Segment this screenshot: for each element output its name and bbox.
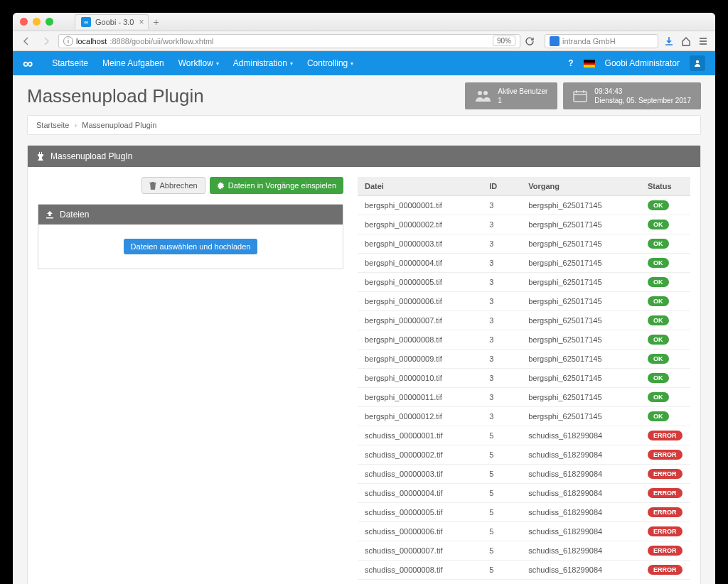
cell-status: OK (641, 330, 690, 350)
status-badge: OK (648, 258, 669, 268)
cell-status: OK (641, 350, 690, 369)
select-upload-button[interactable]: Dateien auswählen und hochladen (124, 239, 258, 254)
col-status: Status (641, 177, 690, 196)
plug-icon (36, 152, 45, 161)
import-button[interactable]: Dateien in Vorgänge einspielen (210, 177, 343, 194)
cancel-button[interactable]: Abbrechen (141, 177, 205, 194)
status-badge: OK (648, 277, 669, 287)
cell-file: schudiss_00000004.tif (358, 484, 482, 503)
table-row: bergsphi_00000002.tif3bergsphi_625017145… (358, 215, 690, 234)
cell-id: 5 (482, 445, 521, 465)
zoom-indicator[interactable]: 90% (493, 36, 515, 46)
current-time: 09:34:43 (594, 87, 691, 96)
cell-file: bergsphi_00000004.tif (358, 254, 482, 273)
cell-process: schudiss_618299084 (521, 541, 641, 561)
cell-id: 5 (482, 484, 521, 503)
window-titlebar: ∞ Goobi - 3.0 × + (13, 13, 715, 31)
nav-item-startseite[interactable]: Startseite (52, 58, 88, 68)
current-user-label[interactable]: Goobi Administrator (605, 58, 680, 68)
gear-icon (217, 182, 225, 190)
browser-tab[interactable]: ∞ Goobi - 3.0 × (75, 14, 149, 29)
active-users-count: 1 (498, 96, 547, 105)
back-button[interactable] (18, 34, 34, 48)
cell-id: 5 (482, 522, 521, 541)
cell-status: ERROR (641, 484, 690, 503)
table-row: bergsphi_00000011.tif3bergsphi_625017145… (358, 388, 690, 407)
cell-id: 3 (482, 254, 521, 273)
cell-process: schudiss_618299084 (521, 503, 641, 522)
window-maximize-button[interactable] (46, 18, 53, 26)
app-logo[interactable]: ∞ (23, 55, 31, 72)
browser-search-field[interactable]: intranda GmbH (545, 34, 658, 48)
site-info-icon[interactable]: i (63, 36, 73, 46)
files-table: Datei ID Vorgang Status bergsphi_0000000… (358, 177, 690, 584)
cell-status: OK (641, 196, 690, 215)
status-badge: OK (648, 392, 669, 402)
cell-status: OK (641, 388, 690, 407)
cell-id: 3 (482, 311, 521, 330)
cell-id: 3 (482, 350, 521, 369)
url-host: localhost (76, 37, 107, 45)
cell-file: bergsphi_00000003.tif (358, 234, 482, 254)
cell-file: bergsphi_00000008.tif (358, 330, 482, 350)
nav-item-meine-aufgaben[interactable]: Meine Aufgaben (102, 58, 164, 68)
cell-id: 5 (482, 465, 521, 484)
cell-status: ERROR (641, 522, 690, 541)
forward-button[interactable] (38, 34, 54, 48)
cell-id: 3 (482, 369, 521, 388)
table-row: bergsphi_00000010.tif3bergsphi_625017145… (358, 369, 690, 388)
cell-id: 3 (482, 273, 521, 292)
status-badge: ERROR (648, 526, 682, 536)
cell-status: OK (641, 311, 690, 330)
window-close-button[interactable] (20, 18, 28, 26)
panel-title: Massenupload PlugIn (50, 151, 132, 161)
table-row: bergsphi_00000004.tif3bergsphi_625017145… (358, 254, 690, 273)
reload-button[interactable] (525, 36, 540, 46)
breadcrumb-home[interactable]: Startseite (36, 121, 69, 129)
tab-title: Goobi - 3.0 (95, 18, 134, 26)
status-badge: OK (648, 373, 669, 383)
nav-item-controlling[interactable]: Controlling▾ (307, 58, 353, 68)
table-row: schudiss_00000004.tif5schudiss_618299084… (358, 484, 690, 503)
cell-status: OK (641, 215, 690, 234)
home-icon[interactable] (680, 35, 692, 48)
help-button[interactable]: ? (568, 58, 573, 68)
nav-item-administration[interactable]: Administration▾ (233, 58, 293, 68)
cell-id: 5 (482, 541, 521, 561)
main-panel: Massenupload PlugIn Abbrechen (27, 145, 701, 584)
svg-point-1 (478, 91, 482, 95)
language-flag-icon[interactable] (584, 60, 595, 67)
window-minimize-button[interactable] (33, 18, 41, 26)
nav-item-workflow[interactable]: Workflow▾ (178, 58, 219, 68)
url-toolbar: i localhost :8888/goobi/uii/workflow.xht… (13, 31, 715, 51)
status-badge: OK (648, 335, 669, 345)
chevron-down-icon: ▾ (290, 60, 293, 67)
active-users-box: Aktive Benutzer 1 (465, 82, 557, 109)
new-tab-button[interactable]: + (153, 16, 159, 28)
current-date: Dienstag, 05. September 2017 (594, 96, 691, 105)
download-icon[interactable] (663, 35, 675, 48)
cell-status: ERROR (641, 503, 690, 522)
tab-close-icon[interactable]: × (139, 17, 144, 27)
cell-process: schudiss_618299084 (521, 445, 641, 465)
url-field[interactable]: i localhost :8888/goobi/uii/workflow.xht… (58, 34, 520, 48)
datetime-box: 09:34:43 Dienstag, 05. September 2017 (563, 82, 701, 109)
table-row: bergsphi_00000001.tif3bergsphi_625017145… (358, 196, 690, 215)
cell-id: 5 (482, 580, 521, 585)
users-icon (475, 90, 491, 102)
search-engine-icon (550, 36, 560, 46)
status-badge: OK (648, 239, 669, 249)
cell-process: bergsphi_625017145 (521, 407, 641, 426)
cell-status: ERROR (641, 580, 690, 585)
cell-process: bergsphi_625017145 (521, 234, 641, 254)
cell-process: schudiss_618299084 (521, 484, 641, 503)
cell-id: 5 (482, 426, 521, 445)
table-row: schudiss_00000007.tif5schudiss_618299084… (358, 541, 690, 561)
cell-process: schudiss_618299084 (521, 561, 641, 580)
user-avatar-icon[interactable] (690, 55, 705, 71)
cell-id: 3 (482, 407, 521, 426)
cell-status: ERROR (641, 561, 690, 580)
menu-icon[interactable] (697, 35, 710, 48)
cell-status: OK (641, 369, 690, 388)
url-path: :8888/goobi/uii/workflow.xhtml (109, 37, 213, 45)
